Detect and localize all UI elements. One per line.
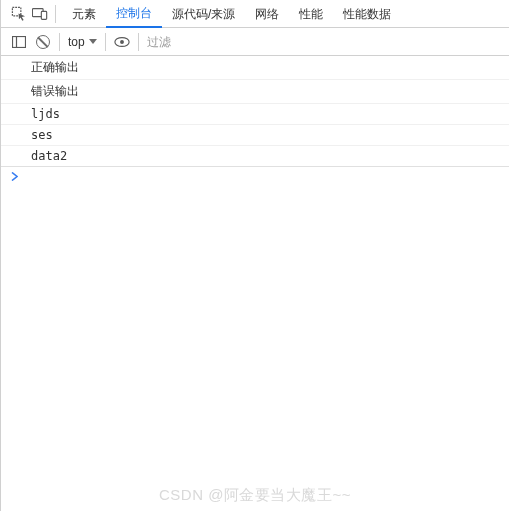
filter-input[interactable] [143,32,509,52]
svg-point-6 [120,40,124,44]
console-row[interactable]: ses [1,125,509,146]
clear-console-icon[interactable] [31,28,55,56]
separator [105,33,106,51]
inspect-icon[interactable] [7,0,29,28]
console-row[interactable]: 错误输出 [1,80,509,104]
tab-network[interactable]: 网络 [245,0,289,28]
console-toolbar: top [1,28,509,56]
devtools-tabbar: 元素 控制台 源代码/来源 网络 性能 性能数据 [1,0,509,28]
tab-sources[interactable]: 源代码/来源 [162,0,245,28]
sidebar-toggle-icon[interactable] [7,28,31,56]
console-row[interactable]: 正确输出 [1,56,509,80]
tab-console[interactable]: 控制台 [106,0,162,28]
separator [55,5,56,23]
context-selector[interactable]: top [64,35,101,49]
svg-rect-3 [13,36,26,47]
context-label: top [68,35,85,49]
console-row[interactable]: ljds [1,104,509,125]
tab-performance[interactable]: 性能 [289,0,333,28]
tab-performance-insights[interactable]: 性能数据 [333,0,401,28]
separator [138,33,139,51]
chevron-down-icon [89,39,97,44]
separator [59,33,60,51]
console-prompt[interactable] [1,167,509,188]
console-output: 正确输出 错误输出 ljds ses data2 [1,56,509,188]
device-toggle-icon[interactable] [29,0,51,28]
tab-elements[interactable]: 元素 [62,0,106,28]
svg-rect-2 [41,11,46,19]
live-expression-icon[interactable] [110,28,134,56]
watermark: CSDN @阿金要当大魔王~~ [1,486,509,505]
console-row[interactable]: data2 [1,146,509,167]
